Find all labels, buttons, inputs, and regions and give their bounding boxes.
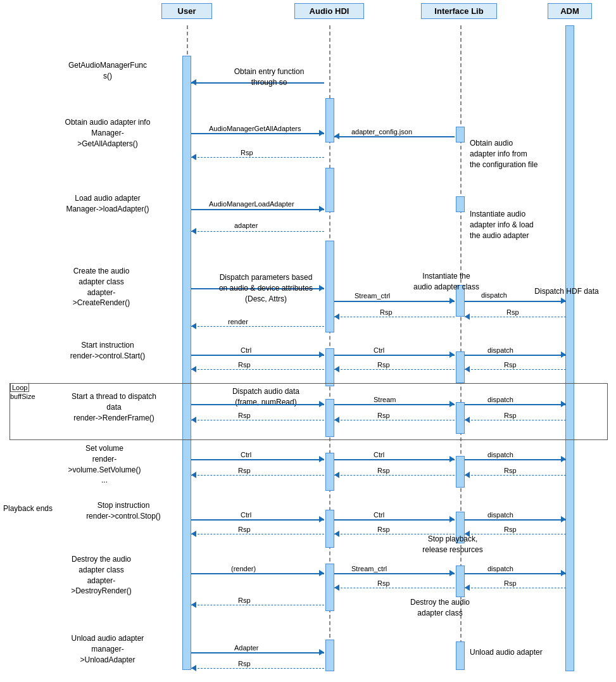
note-destroy-render: Destroy the audioadapter classadapter->D… bbox=[38, 554, 165, 597]
audiohdi-act-7 bbox=[325, 510, 334, 548]
label-rsp-destroy-adm: Rsp bbox=[504, 579, 517, 587]
label-getalladapters: AudioManagerGetAllAdapters bbox=[209, 125, 301, 132]
label-rsp-vol-user: Rsp bbox=[238, 467, 251, 474]
arrow-dispatch-2 bbox=[465, 355, 566, 356]
label-rsp-start-ilib: Rsp bbox=[377, 361, 390, 369]
note-stop-instruction: Stop instructionrender->control.Stop() bbox=[60, 500, 187, 522]
arrow-adapter-config-head bbox=[334, 133, 339, 139]
diagram-container: User Audio HDI Interface Lib ADM GetAudi… bbox=[0, 0, 616, 682]
arrow-adapter-rsp bbox=[191, 231, 324, 232]
label-rsp-vol-adm: Rsp bbox=[504, 467, 517, 474]
label-rsp-ilib-1: Rsp bbox=[380, 308, 393, 316]
rsp-loop-adm-head bbox=[465, 417, 470, 423]
arrow-rsp-vol-adm bbox=[465, 475, 566, 476]
arrow-rsp-destroy-ilib bbox=[334, 588, 455, 588]
note-load-adapter: Load audio adapterManager->loadAdapter() bbox=[44, 193, 171, 215]
interfacelib-act-9 bbox=[456, 641, 465, 670]
arrow-rsp-loop-adm bbox=[465, 420, 566, 420]
arrow-ctrl-ilib-stop bbox=[334, 519, 455, 521]
note-dispatch-hdf: Dispatch HDF data bbox=[525, 286, 608, 297]
note-instantiate-adapter: Instantiate audioadapter info & loadthe … bbox=[470, 209, 603, 241]
arrow-dispatch-2-head bbox=[561, 351, 566, 358]
label-stream-ctrl-destroy: Stream_ctrl bbox=[351, 565, 387, 572]
arrow-dispatch-1 bbox=[465, 301, 566, 302]
arrow-ctrl-volume bbox=[191, 459, 324, 460]
note-stop-release: Stop playback,release resources bbox=[399, 534, 506, 555]
arrow-rsp-start-user bbox=[191, 369, 324, 370]
rsp-loop-ilib-head bbox=[334, 417, 339, 423]
arrow-rsp-getalladapters-head bbox=[191, 154, 196, 160]
arrow-dispatch-destroy bbox=[465, 573, 566, 574]
arrow-adapter-rsp-head bbox=[191, 228, 196, 234]
rsp-stop-ilib-head bbox=[334, 531, 339, 537]
loop-buffsize: buffSize bbox=[10, 393, 35, 400]
lifeline-user: User bbox=[161, 3, 212, 19]
arrow-dispatch-stop-head bbox=[561, 516, 566, 522]
arrow-adapter-config bbox=[334, 136, 455, 137]
arrow-dispatch-vol bbox=[465, 459, 566, 460]
arrow-rsp-loop-ilib bbox=[334, 420, 455, 420]
arrow-ctrl-ilib-vol-head bbox=[449, 456, 455, 462]
arrow-rsp-destroy-user bbox=[191, 605, 324, 605]
rsp-vol-user-head bbox=[191, 472, 196, 478]
label-rsp-vol-ilib: Rsp bbox=[377, 467, 390, 474]
arrow-destroy-render-head bbox=[319, 570, 324, 576]
label-rsp-loop-ilib: Rsp bbox=[377, 412, 390, 419]
arrow-dispatch-1-head bbox=[561, 298, 566, 304]
audiohdi-act-8 bbox=[325, 564, 334, 611]
rsp-stop-user-head bbox=[191, 531, 196, 537]
note-unload-desc: Unload audio adapter bbox=[470, 647, 596, 658]
label-rsp-destroy-user: Rsp bbox=[238, 597, 251, 604]
label-dispatch-stop: dispatch bbox=[487, 511, 513, 519]
arrow-rsp-ilib-1-head bbox=[334, 313, 339, 320]
note-dispatch-params: Dispatch parameters basedon audio & devi… bbox=[196, 272, 336, 304]
rsp-vol-adm-head bbox=[465, 472, 470, 478]
arrow-dispatch-audio-head bbox=[319, 401, 324, 407]
arrow-dispatch-vol-head bbox=[561, 456, 566, 462]
rsp-stop-adm-head bbox=[465, 531, 470, 537]
rsp-destroy-ilib-head bbox=[334, 584, 339, 591]
label-ctrl-stop: Ctrl bbox=[241, 511, 251, 519]
arrow-dispatch-3 bbox=[465, 404, 566, 405]
arrow-stream-ctrl-destroy bbox=[334, 573, 455, 574]
arrow-ctrl-start-head bbox=[319, 351, 324, 358]
rsp-destroy-adm-head bbox=[465, 584, 470, 591]
arrow-getalladapters bbox=[191, 133, 324, 134]
label-stream-ctrl: Stream_ctrl bbox=[355, 292, 390, 300]
label-rsp-stop-user: Rsp bbox=[238, 526, 251, 533]
rsp-start-adm-head bbox=[465, 366, 470, 372]
label-ctrl-ilib-stop: Ctrl bbox=[374, 511, 384, 519]
interfacelib-act-4 bbox=[456, 351, 465, 383]
label-dispatch-1: dispatch bbox=[481, 291, 507, 299]
label-rsp-start-user: Rsp bbox=[238, 361, 251, 369]
label-ctrl-start: Ctrl bbox=[241, 346, 251, 354]
arrow-rsp-adm-1 bbox=[465, 317, 566, 317]
label-adapter-config: adapter_config.json bbox=[351, 128, 412, 136]
arrow-get-funcs-head bbox=[191, 79, 196, 85]
label-load-adapter: AudioManagerLoadAdapter bbox=[209, 200, 294, 208]
interfacelib-act-1 bbox=[456, 127, 465, 142]
loop-label: Loop bbox=[10, 383, 29, 392]
arrow-destroy-render bbox=[191, 573, 324, 574]
adm-activation bbox=[565, 25, 574, 671]
arrow-dispatch-3-head bbox=[561, 401, 566, 407]
rsp-destroy-user-head bbox=[191, 602, 196, 608]
arrow-dispatch-stop bbox=[465, 519, 566, 521]
interfacelib-act-2 bbox=[456, 196, 465, 212]
arrow-stream-ctrl bbox=[334, 301, 455, 302]
arrow-rsp-adm-1-head bbox=[465, 313, 470, 320]
audiohdi-act-6 bbox=[325, 453, 334, 491]
note-set-volume: Set volumerender->volume.SetVolume()... bbox=[41, 443, 168, 486]
label-unload: Adapter bbox=[234, 644, 259, 652]
lifeline-adm: ADM bbox=[548, 3, 592, 19]
arrow-rsp-stop-ilib bbox=[334, 534, 455, 534]
label-ctrl-volume: Ctrl bbox=[241, 451, 251, 458]
arrow-rsp-destroy-adm bbox=[465, 588, 566, 588]
audiohdi-act-2 bbox=[325, 168, 334, 212]
label-rsp-destroy-ilib: Rsp bbox=[377, 579, 390, 587]
label-dispatch-2: dispatch bbox=[487, 346, 513, 354]
arrow-ctrl-stop-head bbox=[319, 516, 324, 522]
label-stream: Stream bbox=[374, 396, 396, 403]
arrow-ctrl-ilib-stop-head bbox=[449, 516, 455, 522]
label-rsp-adm-1: Rsp bbox=[506, 308, 519, 316]
